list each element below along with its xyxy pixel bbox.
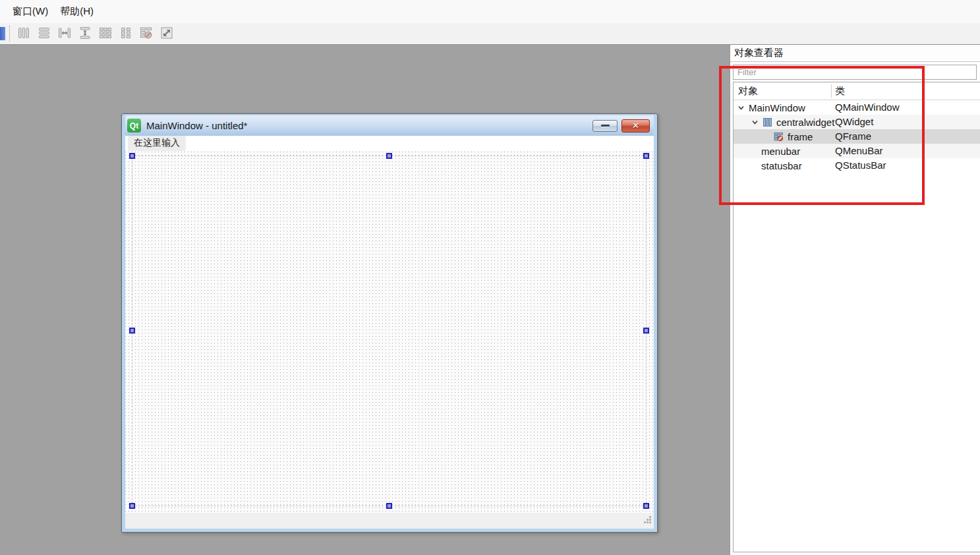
- frame-icon: [774, 132, 784, 142]
- size-grip-icon[interactable]: [643, 515, 652, 527]
- adjust-size-button[interactable]: [158, 25, 176, 42]
- resize-handle-bottom-left[interactable]: [129, 503, 135, 509]
- layout-horizontal-icon: [16, 26, 31, 42]
- qt-designer-app: 窗口(W) 帮助(H): [0, 0, 980, 555]
- tree-item-label: menubar: [761, 146, 800, 157]
- layout-split-vertical-icon: [78, 26, 92, 42]
- chevron-down-icon[interactable]: [737, 104, 745, 111]
- close-button[interactable]: ✕: [621, 119, 650, 132]
- form-statusbar: [125, 513, 654, 529]
- widget-icon: [763, 117, 772, 127]
- tree-item-class: QMenuBar: [835, 145, 883, 156]
- layout-grid-button[interactable]: [96, 25, 115, 42]
- break-layout-button[interactable]: [137, 25, 156, 42]
- tree-header[interactable]: 对象 类: [734, 82, 980, 100]
- column-divider[interactable]: [831, 84, 832, 98]
- menu-bar: 窗口(W) 帮助(H): [0, 0, 980, 23]
- tree-item-label: MainWindow: [749, 102, 805, 113]
- resize-handle-bottom-center[interactable]: [386, 503, 392, 509]
- layout-vertical-icon: [37, 26, 51, 42]
- filter-input[interactable]: [733, 65, 977, 80]
- layout-split-horizontal-icon: [57, 26, 72, 42]
- resize-handle-top-right[interactable]: [643, 153, 649, 159]
- resize-handle-bottom-right[interactable]: [643, 503, 649, 509]
- tree-row-frame[interactable]: frame QFrame: [734, 129, 980, 144]
- adjust-size-icon: [159, 26, 174, 42]
- layout-form-icon: [119, 26, 133, 42]
- tree-item-class: QStatusBar: [835, 160, 886, 171]
- designer-form-window: Qt MainWindow - untitled* ✕ 在这里输入: [121, 113, 658, 533]
- break-layout-icon: [139, 26, 154, 42]
- column-header-class[interactable]: 类: [835, 85, 845, 98]
- menu-item-window[interactable]: 窗口(W): [7, 3, 54, 20]
- tree-item-label: statusbar: [761, 160, 802, 171]
- selected-frame-widget[interactable]: [132, 156, 647, 506]
- layout-split-vertical-button[interactable]: [76, 25, 94, 42]
- form-titlebar[interactable]: Qt MainWindow - untitled* ✕: [125, 115, 654, 136]
- qt-logo-icon: Qt: [127, 119, 141, 132]
- tree-row-centralwidget[interactable]: centralwidget QWidget: [734, 115, 980, 129]
- layout-form-button[interactable]: [117, 25, 135, 42]
- resize-handle-mid-left[interactable]: [129, 328, 135, 334]
- tree-item-class: QMainWindow: [835, 102, 900, 113]
- object-tree: 对象 类 MainWindow QMainWindow centralwidge…: [733, 82, 980, 552]
- toolbar-separator: [9, 26, 10, 42]
- toolbar: [0, 23, 980, 45]
- object-inspector-title[interactable]: 对象查看器: [730, 45, 980, 62]
- tree-item-label: centralwidget: [776, 117, 834, 128]
- object-inspector-panel: 对象查看器 对象 类 MainWindow QMainWindow: [730, 45, 980, 555]
- resize-handle-mid-right[interactable]: [643, 328, 649, 334]
- menu-type-here-placeholder[interactable]: 在这里输入: [128, 136, 186, 151]
- layout-vertical-button[interactable]: [35, 25, 53, 42]
- minimize-icon: [601, 125, 610, 127]
- tree-item-class: QFrame: [835, 131, 871, 142]
- form-menubar: 在这里输入: [125, 136, 654, 151]
- form-canvas[interactable]: [125, 151, 654, 513]
- tree-row-menubar[interactable]: menubar QMenuBar: [734, 144, 980, 158]
- close-icon: ✕: [632, 121, 639, 131]
- column-header-object[interactable]: 对象: [738, 85, 758, 98]
- tree-item-label: frame: [788, 131, 813, 142]
- clipped-tool-icon[interactable]: [0, 26, 5, 42]
- tree-item-class: QWidget: [835, 116, 873, 127]
- menu-item-help[interactable]: 帮助(H): [54, 3, 100, 20]
- layout-horizontal-button[interactable]: [14, 25, 33, 42]
- resize-handle-top-left[interactable]: [129, 153, 135, 159]
- minimize-button[interactable]: [592, 120, 618, 132]
- chevron-down-icon[interactable]: [751, 119, 759, 126]
- tree-row-statusbar[interactable]: statusbar QStatusBar: [734, 158, 980, 173]
- layout-grid-icon: [98, 26, 113, 42]
- tree-row-mainwindow[interactable]: MainWindow QMainWindow: [734, 100, 980, 115]
- layout-split-horizontal-button[interactable]: [55, 25, 74, 42]
- resize-handle-top-center[interactable]: [386, 153, 392, 159]
- form-window-title: MainWindow - untitled*: [146, 120, 592, 131]
